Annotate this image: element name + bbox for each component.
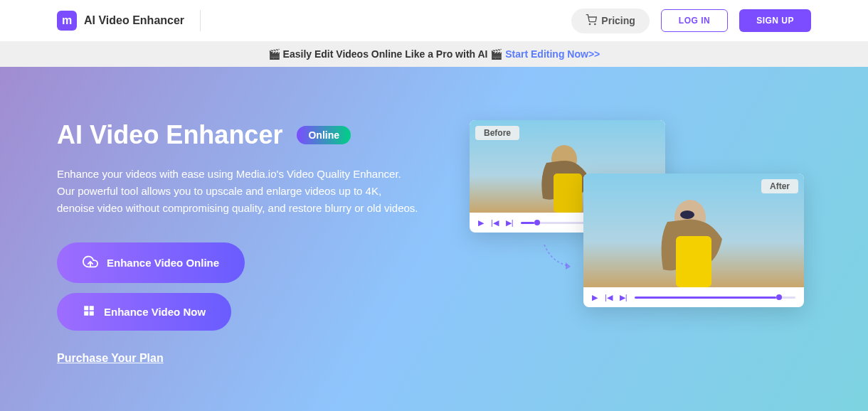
before-label: Before <box>475 126 519 140</box>
hero-section: AI Video Enhancer Online Enhance your vi… <box>0 67 868 411</box>
logo-divider <box>200 10 201 31</box>
announcement-bar: 🎬 Easily Edit Videos Online Like a Pro w… <box>0 41 868 67</box>
svg-point-10 <box>680 210 694 219</box>
announcement-link[interactable]: Start Editing Now>> <box>505 48 600 60</box>
purchase-plan-link[interactable]: Purchase Your Plan <box>57 352 164 365</box>
svg-rect-5 <box>90 311 94 316</box>
hero-right: Before ▶ |◀ ▶| After <box>470 120 811 333</box>
login-button[interactable]: LOG IN <box>661 9 728 32</box>
windows-icon <box>83 304 95 319</box>
next-icon[interactable]: ▶| <box>620 293 628 302</box>
person-illustration-enhanced <box>633 188 754 287</box>
cta-buttons: Enhance Video Online Enhance Video Now <box>57 242 420 331</box>
enhance-now-label: Enhance Video Now <box>104 306 206 318</box>
preview-after-controls: ▶ |◀ ▶| <box>583 287 804 307</box>
logo-section: m AI Video Enhancer <box>57 10 201 31</box>
after-label: After <box>761 179 798 193</box>
hero-description: Enhance your videos with ease using Medi… <box>57 166 420 217</box>
svg-rect-2 <box>84 306 88 310</box>
preview-after-image: After <box>583 174 804 287</box>
svg-point-0 <box>590 23 591 24</box>
clapper-icon: 🎬 <box>490 48 502 60</box>
svg-rect-3 <box>90 306 94 310</box>
cart-icon <box>586 14 597 28</box>
svg-rect-4 <box>84 311 88 316</box>
logo-icon: m <box>57 11 77 31</box>
svg-point-1 <box>595 23 596 24</box>
header: m AI Video Enhancer Pricing LOG IN SIGN … <box>0 0 868 41</box>
pricing-button[interactable]: Pricing <box>571 9 649 33</box>
announcement-text: Easily Edit Videos Online Like a Pro wit… <box>283 48 488 60</box>
curved-arrow-icon <box>541 241 583 281</box>
enhance-online-button[interactable]: Enhance Video Online <box>57 242 245 283</box>
next-icon[interactable]: ▶| <box>506 218 514 228</box>
preview-after-card: After ▶ |◀ ▶| <box>583 174 804 307</box>
hero-title-row: AI Video Enhancer Online <box>57 120 420 150</box>
pricing-label: Pricing <box>601 15 635 26</box>
prev-icon[interactable]: |◀ <box>605 293 613 302</box>
hero-left: AI Video Enhancer Online Enhance your vi… <box>57 120 420 365</box>
play-icon[interactable]: ▶ <box>592 293 598 302</box>
svg-rect-7 <box>554 174 582 213</box>
logo-text: AI Video Enhancer <box>84 14 184 27</box>
enhance-now-button[interactable]: Enhance Video Now <box>57 293 231 331</box>
prev-icon[interactable]: |◀ <box>491 218 499 228</box>
enhance-online-label: Enhance Video Online <box>107 257 219 269</box>
play-icon[interactable]: ▶ <box>478 218 484 228</box>
cloud-upload-icon <box>83 254 98 272</box>
svg-rect-9 <box>676 236 711 287</box>
header-right: Pricing LOG IN SIGN UP <box>571 9 811 33</box>
progress-track[interactable] <box>635 297 795 299</box>
signup-button[interactable]: SIGN UP <box>739 9 811 32</box>
film-icon: 🎬 <box>268 48 280 60</box>
hero-title: AI Video Enhancer <box>57 120 282 150</box>
online-badge: Online <box>297 126 351 144</box>
